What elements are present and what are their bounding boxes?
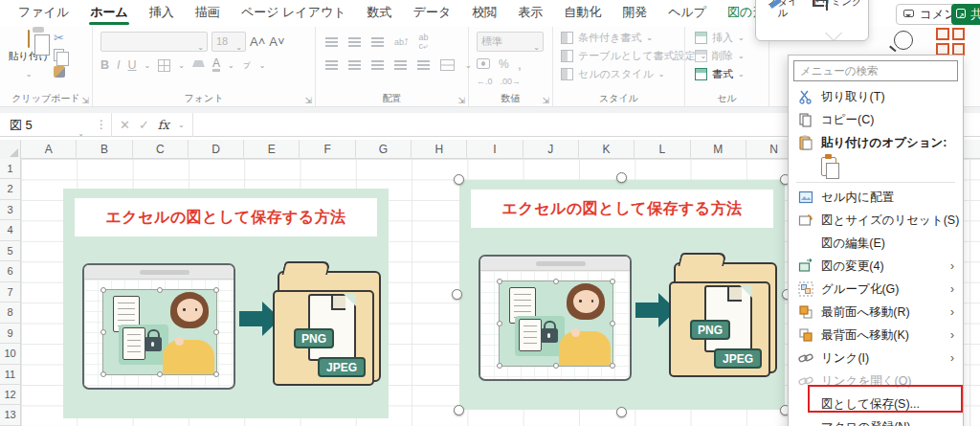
row-header[interactable]: 4: [0, 220, 20, 240]
align-top-button[interactable]: [325, 37, 338, 47]
column-header[interactable]: L: [635, 140, 690, 158]
paste-button[interactable]: 貼り付け ⌄: [8, 31, 50, 90]
row-header[interactable]: 12: [0, 385, 20, 405]
share-button[interactable]: 共有: [951, 4, 980, 25]
row-header[interactable]: 6: [0, 261, 20, 281]
orientation-button[interactable]: ab⤴: [394, 38, 409, 47]
shrink-font-button[interactable]: A˅: [269, 34, 284, 49]
menu-item-bring-to-front[interactable]: 最前面へ移動(R) ›: [789, 301, 963, 324]
menu-item-copy[interactable]: コピー(C): [789, 108, 963, 131]
insert-function-button[interactable]: fx: [158, 118, 169, 132]
font-size-combo[interactable]: 18⌄: [212, 32, 246, 52]
tab-review[interactable]: 校閲: [461, 0, 507, 27]
tab-help[interactable]: ヘルプ: [657, 0, 717, 27]
format-painter-button[interactable]: [54, 66, 65, 78]
menu-item-paste-options[interactable]: 貼り付けのオプション:: [789, 131, 963, 154]
row-header[interactable]: 3: [0, 200, 20, 220]
align-left-button[interactable]: [325, 60, 338, 70]
column-header[interactable]: D: [189, 140, 244, 158]
increase-decimal-button[interactable]: ←.0: [477, 77, 493, 86]
tab-data[interactable]: データ: [403, 0, 462, 27]
menu-item-edit-picture[interactable]: 図の編集(E): [789, 232, 963, 255]
fill-color-button[interactable]: [192, 60, 205, 70]
row-header[interactable]: 9: [0, 324, 20, 344]
selection-handle[interactable]: [616, 172, 627, 183]
selection-handle[interactable]: [616, 407, 627, 417]
selection-handle[interactable]: [452, 289, 462, 300]
column-header[interactable]: A: [21, 140, 77, 158]
format-cells-button[interactable]: 書式 ⌄: [695, 67, 768, 81]
picture-styles-button[interactable]: スタイル: [764, 0, 802, 18]
underline-button[interactable]: U: [128, 58, 137, 72]
align-bottom-button[interactable]: [371, 37, 384, 47]
selection-handle[interactable]: [454, 405, 464, 415]
tab-formulas[interactable]: 数式: [357, 0, 403, 27]
picture-1[interactable]: エクセルの図として保存する方法: [63, 189, 389, 418]
search-icon[interactable]: [892, 29, 917, 54]
tab-developer[interactable]: 開発: [612, 0, 657, 27]
row-header[interactable]: 7: [0, 282, 20, 303]
accounting-format-button[interactable]: [477, 58, 490, 69]
tab-insert[interactable]: 挿入: [139, 0, 185, 27]
menu-item-change-picture[interactable]: 図の変更(4) ›: [789, 255, 963, 278]
row-header[interactable]: 10: [0, 344, 20, 364]
wrap-text-button[interactable]: abc⤶: [419, 34, 429, 51]
column-header[interactable]: H: [412, 140, 467, 158]
column-header[interactable]: K: [579, 140, 635, 158]
column-header[interactable]: G: [356, 140, 412, 158]
menu-item-reset-picture[interactable]: 図とサイズのリセット(S): [789, 209, 963, 232]
delete-cells-button[interactable]: 削除 ⌄: [695, 49, 768, 63]
column-header[interactable]: B: [77, 140, 132, 158]
row-header[interactable]: 1: [0, 159, 20, 179]
decrease-indent-button[interactable]: [394, 60, 407, 70]
phonetic-button[interactable]: ㇷ゚: [242, 60, 252, 71]
dialog-launcher-icon[interactable]: ⇲: [457, 96, 465, 105]
paste-option-button[interactable]: [821, 157, 836, 176]
selection-handle[interactable]: [454, 174, 464, 185]
menu-item-place-in-cell[interactable]: セル内に配置: [789, 186, 963, 209]
dialog-launcher-icon[interactable]: ⇲: [304, 96, 312, 105]
percent-button[interactable]: %: [499, 57, 509, 71]
dialog-launcher-icon[interactable]: ⇲: [542, 96, 549, 105]
align-right-button[interactable]: [371, 60, 384, 70]
row-header[interactable]: 11: [0, 365, 20, 385]
column-header[interactable]: I: [467, 140, 523, 158]
column-header[interactable]: F: [300, 140, 355, 158]
name-box-splitter[interactable]: ⋮: [96, 118, 107, 131]
menu-item-group[interactable]: グループ化(G) ›: [789, 278, 963, 301]
conditional-formatting-button[interactable]: 条件付き書式 ⌄: [561, 31, 684, 45]
grow-font-button[interactable]: A˄: [250, 34, 265, 49]
dialog-launcher-icon[interactable]: ⇲: [81, 96, 89, 105]
row-header[interactable]: 5: [0, 241, 20, 261]
menu-item-send-to-back[interactable]: 最背面へ移動(K) ›: [789, 324, 963, 347]
grid-icon[interactable]: [936, 28, 965, 56]
increase-indent-button[interactable]: [417, 60, 430, 70]
picture-2-selected[interactable]: エクセルの図として保存する方法: [459, 180, 785, 410]
cancel-entry-icon[interactable]: ✕: [120, 118, 130, 132]
row-header[interactable]: 8: [0, 303, 20, 323]
column-header[interactable]: M: [691, 140, 746, 158]
copy-button[interactable]: [54, 49, 64, 61]
comma-button[interactable]: ,: [518, 56, 522, 72]
menu-item-cut[interactable]: 切り取り(T): [789, 85, 963, 108]
column-header[interactable]: C: [133, 140, 189, 158]
font-name-combo[interactable]: ⌄: [100, 32, 208, 52]
enter-entry-icon[interactable]: ✓: [139, 118, 149, 132]
italic-button[interactable]: I: [117, 58, 120, 72]
font-color-button[interactable]: A: [212, 58, 220, 72]
name-box[interactable]: 図 5 ⌄: [0, 113, 92, 137]
tab-view[interactable]: 表示: [507, 0, 553, 27]
borders-button[interactable]: [158, 59, 170, 72]
format-as-table-button[interactable]: テーブルとして書式設定 ⌄: [561, 49, 684, 63]
row-header[interactable]: 2: [0, 179, 20, 199]
tab-automate[interactable]: 自動化: [553, 0, 612, 27]
column-header[interactable]: J: [523, 140, 579, 158]
cut-button[interactable]: ✂: [54, 33, 65, 44]
menu-item-assign-macro[interactable]: マクロの登録(N)...: [789, 415, 963, 426]
align-middle-button[interactable]: [348, 37, 361, 47]
tab-draw[interactable]: 描画: [185, 0, 231, 27]
bold-button[interactable]: B: [100, 58, 109, 72]
align-center-button[interactable]: [348, 60, 361, 70]
select-all-corner[interactable]: [0, 140, 21, 159]
column-header[interactable]: E: [244, 140, 300, 158]
